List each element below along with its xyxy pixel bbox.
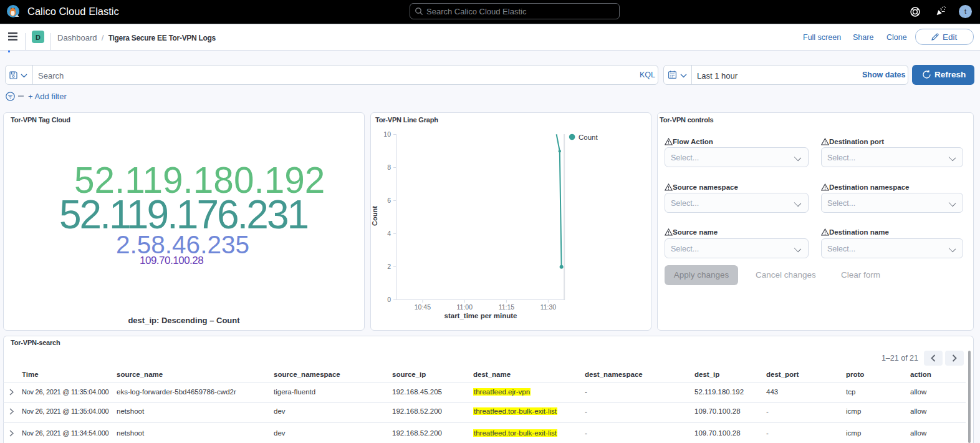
svg-text:2: 2	[387, 263, 391, 270]
svg-text:4: 4	[387, 230, 391, 237]
svg-text:0: 0	[387, 296, 391, 303]
svg-text:10:45: 10:45	[415, 303, 431, 311]
svg-text:10: 10	[383, 130, 391, 138]
svg-text:11:15: 11:15	[499, 303, 515, 311]
svg-text:Count: Count	[371, 206, 378, 226]
svg-text:11:00: 11:00	[457, 303, 473, 311]
svg-text:8: 8	[387, 163, 391, 171]
svg-text:Count: Count	[579, 134, 598, 141]
svg-text:6: 6	[387, 197, 391, 204]
svg-text:11:30: 11:30	[540, 303, 557, 311]
svg-text:start_time per minute: start_time per minute	[444, 312, 517, 319]
